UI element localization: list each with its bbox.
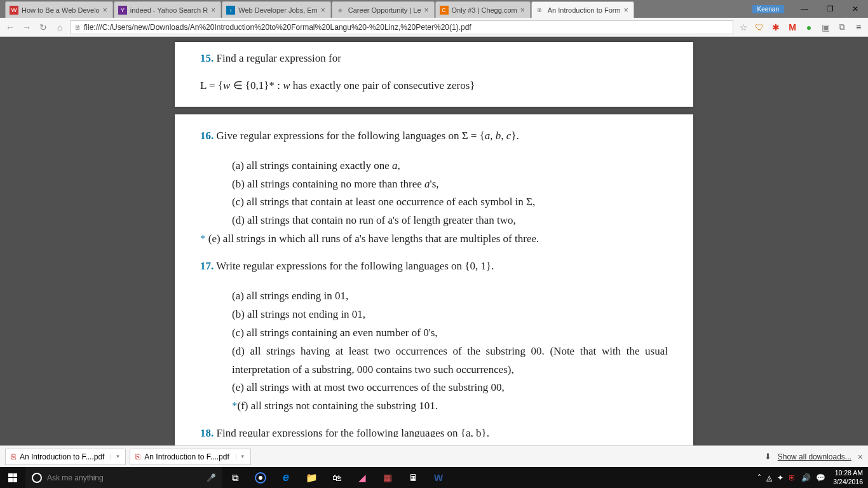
ext-icon-4[interactable]: ● [803,22,815,33]
task-view-icon[interactable]: ⧉ [222,467,248,488]
pdf-icon: ⎘ [135,452,140,461]
word-icon[interactable]: W [426,467,451,488]
time: 10:28 AM [833,469,863,477]
favicon: C [440,6,449,15]
chrome-icon[interactable] [248,467,273,488]
svg-point-1 [259,476,262,480]
close-icon[interactable]: × [858,452,863,462]
wifi-icon[interactable]: ◬ [766,473,772,482]
close-icon[interactable]: × [103,6,107,15]
menu-icon[interactable]: ≡ [853,22,864,33]
forward-button[interactable]: → [20,21,33,34]
window-controls: Keenan — ❐ ✕ [752,0,868,18]
app-icon-2[interactable]: ▦ [375,467,400,488]
q16-a: (a) all strings containing exactly one a… [200,157,668,175]
volume-icon[interactable]: 🔊 [801,473,811,482]
defender-icon[interactable]: ⛨ [789,473,796,482]
favicon: Y [118,6,127,15]
ext-icon-2[interactable]: ✱ [770,22,782,33]
action-center-icon[interactable]: 💬 [816,473,825,482]
favicon: i [226,6,235,15]
back-button[interactable]: ← [4,21,17,34]
url-input[interactable]: 🗎 file:///C:/Users/new/Downloads/An%20In… [70,20,733,34]
q18-prompt: 18. Find regular expressions for the fol… [200,424,668,437]
download-bar: ⎘ An Introduction to F....pdf ▼ ⎘ An Int… [0,445,868,467]
tray-chevron-icon[interactable]: ˄ [757,473,761,482]
q17-b: (b) all strings not ending in 01, [200,306,668,324]
windows-taskbar: Ask me anything 🎤 ⧉ e 📁 🛍 ◢ ▦ 🖩 W ˄ ◬ ✦ … [0,467,868,488]
close-button[interactable]: ✕ [843,2,868,16]
q17-e: (e) all strings with at most two occurre… [200,379,668,397]
calculator-icon[interactable]: 🖩 [400,467,426,488]
reload-button[interactable]: ↻ [37,21,50,34]
tab-4[interactable]: ◈Career Opportunity | Le× [332,1,435,18]
q17-prompt: 17. Write regular expressions for the fo… [200,257,668,276]
download-item-1[interactable]: ⎘ An Introduction to F....pdf ▼ [5,449,126,465]
tab-label: An Introduction to Form [548,6,621,14]
q16-prompt: 16. Give regular expressions for the fol… [200,127,668,146]
q15-lang: L = {w ∈ {0,1}* : w has exactly one pair… [200,77,668,95]
close-icon[interactable]: × [624,6,628,15]
close-icon[interactable]: × [520,6,525,15]
chevron-down-icon[interactable]: ▼ [111,454,120,459]
taskbar-apps: ⧉ e 📁 🛍 ◢ ▦ 🖩 W [222,467,451,488]
bookmark-star-icon[interactable]: ☆ [737,21,750,34]
close-icon[interactable]: × [424,6,429,15]
gmail-icon[interactable]: M [787,22,798,33]
start-button[interactable] [0,467,25,488]
tab-2[interactable]: Yindeed - Yahoo Search R× [114,1,222,18]
cortana-placeholder: Ask me anything [47,473,104,482]
tab-6-active[interactable]: 🗎An Introduction to Form× [531,1,634,18]
ext-icon-1[interactable]: 🛡 [754,22,765,33]
cortana-icon [32,473,42,483]
file-icon: 🗎 [74,24,81,31]
show-all-downloads-link[interactable]: Show all downloads... [778,452,851,461]
edge-icon[interactable]: e [273,467,299,488]
q16-c: (c) all strings that contain at least on… [200,193,668,212]
date: 3/24/2016 [833,478,863,486]
download-filename: An Introduction to F....pdf [20,452,104,461]
download-filename: An Introduction to F....pdf [144,452,229,461]
download-arrow-icon: ⬇ [764,452,771,461]
extension-icons: 🛡 ✱ M ● ▣ ⧉ ≡ [754,22,864,33]
tab-label: How to Be a Web Develo [22,6,100,14]
address-bar: ← → ↻ ⌂ 🗎 file:///C:/Users/new/Downloads… [0,18,868,37]
q17-f: *(f) all strings not containing the subs… [200,397,668,416]
close-icon[interactable]: × [321,6,325,15]
q16-e: * (e) all strings in which all runs of a… [200,230,668,248]
tab-label: Career Opportunity | Le [348,6,421,14]
close-icon[interactable]: × [211,6,215,15]
file-icon: 🗎 [536,6,545,15]
download-item-2[interactable]: ⎘ An Introduction to F....pdf ▼ [130,449,250,465]
windows-logo-icon [8,473,17,482]
ext-icon-5[interactable]: ▣ [820,22,831,33]
user-badge[interactable]: Keenan [752,5,784,13]
url-text: file:///C:/Users/new/Downloads/An%20Intr… [84,23,471,32]
devices-icon[interactable]: ⧉ [836,22,848,33]
tab-label: Only #3 | Chegg.com [452,6,517,14]
tab-1[interactable]: WHow to Be a Web Develo× [5,1,113,18]
pdf-page: 16. Give regular expressions for the fol… [175,114,693,445]
tray-icon[interactable]: ✦ [777,473,783,482]
maximize-button[interactable]: ❐ [817,2,843,16]
store-icon[interactable]: 🛍 [324,467,349,488]
tab-3[interactable]: iWeb Developer Jobs, Em× [222,1,331,18]
chevron-down-icon[interactable]: ▼ [236,454,245,459]
pdf-page: 15. Find a regular expression for L = {w… [175,42,693,107]
tab-label: indeed - Yahoo Search R [130,6,208,14]
browser-tab-bar: WHow to Be a Web Develo× Yindeed - Yahoo… [0,0,868,18]
cortana-search[interactable]: Ask me anything 🎤 [25,467,222,488]
favicon: ◈ [336,6,345,15]
q16-b: (b) all strings containing no more than … [200,175,668,194]
tab-label: Web Developer Jobs, Em [238,6,318,14]
home-button[interactable]: ⌂ [53,21,66,34]
q16-d: (d) all strings that contain no run of a… [200,212,668,230]
tab-5[interactable]: COnly #3 | Chegg.com× [435,1,531,18]
mic-icon[interactable]: 🎤 [207,473,216,482]
minimize-button[interactable]: — [792,2,817,16]
clock[interactable]: 10:28 AM 3/24/2016 [828,469,868,485]
explorer-icon[interactable]: 📁 [299,467,324,488]
pdf-icon: ⎘ [11,452,16,461]
pdf-viewport[interactable]: 15. Find a regular expression for L = {w… [0,37,868,445]
app-icon-1[interactable]: ◢ [349,467,375,488]
